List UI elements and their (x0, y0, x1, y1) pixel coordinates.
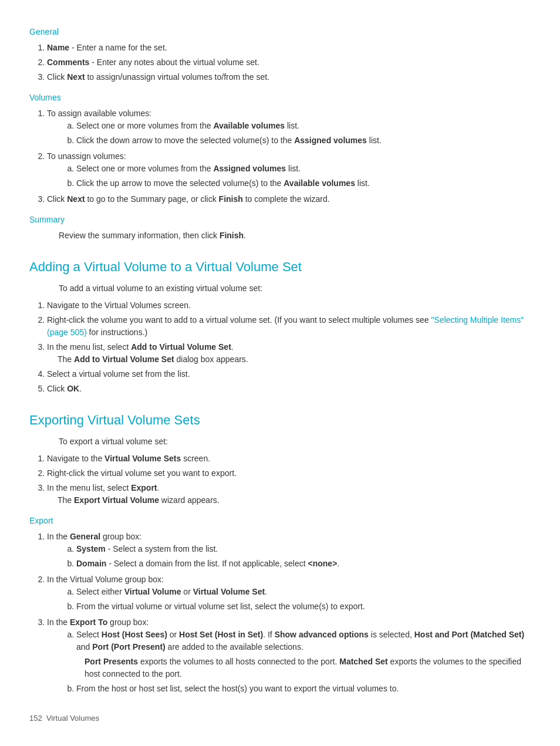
page-number: 152 (29, 714, 42, 723)
adding-intro: To add a virtual volume to an existing v… (59, 282, 531, 295)
export-item-3a-detail: Port Presents exports the volumes to all… (85, 656, 531, 680)
export-item-3b: From the host or host set list, select t… (76, 683, 531, 695)
volumes-list: To assign available volumes: Select one … (47, 107, 531, 205)
volumes-item-2: To unassign volumes: Select one or more … (47, 150, 531, 190)
exporting-section: Exporting Virtual Volume Sets To export … (29, 410, 531, 507)
export-item-3a: Select Host (Host Sees) or Host Set (Hos… (76, 629, 531, 680)
exporting-heading: Exporting Virtual Volume Sets (29, 410, 531, 430)
adding-section: Adding a Virtual Volume to a Virtual Vol… (29, 257, 531, 395)
adding-item-4: Select a virtual volume set from the lis… (47, 368, 531, 380)
export-item-2a: Select either Virtual Volume or Virtual … (76, 586, 531, 598)
export-sublist-1: System - Select a system from the list. … (76, 543, 531, 570)
exporting-item-1: Navigate to the Virtual Volume Sets scre… (47, 453, 531, 465)
exporting-item-2: Right-click the virtual volume set you w… (47, 467, 531, 480)
page-footer: 152 Virtual Volumes (29, 713, 531, 724)
general-list: Name - Enter a name for the set. Comment… (47, 42, 531, 83)
volumes-item-2a: Select one or more volumes from the Assi… (76, 163, 531, 175)
export-heading: Export (29, 515, 531, 527)
adding-item-1: Navigate to the Virtual Volumes screen. (47, 299, 531, 312)
summary-body: Review the summary information, then cli… (59, 229, 531, 242)
volumes-item-3: Click Next to go to the Summary page, or… (47, 193, 531, 205)
volumes-sublist-1: Select one or more volumes from the Avai… (76, 120, 531, 147)
selecting-link[interactable]: "Selecting Multiple Items" (page 505) (47, 315, 524, 337)
exporting-list: Navigate to the Virtual Volume Sets scre… (47, 453, 531, 507)
exporting-item-3: In the menu list, select Export. The Exp… (47, 482, 531, 507)
general-section: General Name - Enter a name for the set.… (29, 26, 531, 83)
export-item-1a: System - Select a system from the list. (76, 543, 531, 555)
volumes-item-2b: Click the up arrow to move the selected … (76, 177, 531, 190)
exporting-intro: To export a virtual volume set: (59, 436, 531, 448)
export-sublist-2: Select either Virtual Volume or Virtual … (76, 586, 531, 613)
summary-heading: Summary (29, 214, 531, 226)
export-item-3: In the Export To group box: Select Host … (47, 616, 531, 695)
export-list: In the General group box: System - Selec… (47, 531, 531, 695)
general-heading: General (29, 26, 531, 38)
general-item-2: Comments - Enter any notes about the vir… (47, 56, 531, 69)
volumes-item-1b: Click the down arrow to move the selecte… (76, 134, 531, 147)
summary-section: Summary Review the summary information, … (29, 214, 531, 242)
general-item-1: Name - Enter a name for the set. (47, 42, 531, 54)
adding-item-3: In the menu list, select Add to Virtual … (47, 341, 531, 366)
export-item-1: In the General group box: System - Selec… (47, 531, 531, 570)
adding-item-5: Click OK. (47, 383, 531, 395)
export-item-2: In the Virtual Volume group box: Select … (47, 573, 531, 613)
exporting-item-3-sub: The Export Virtual Volume wizard appears… (58, 495, 220, 505)
volumes-sublist-2: Select one or more volumes from the Assi… (76, 163, 531, 190)
export-sublist-3: Select Host (Host Sees) or Host Set (Hos… (76, 629, 531, 695)
adding-heading: Adding a Virtual Volume to a Virtual Vol… (29, 257, 531, 276)
export-item-2b: From the virtual volume or virtual volum… (76, 600, 531, 613)
footer-text: Virtual Volumes (46, 714, 99, 723)
adding-list: Navigate to the Virtual Volumes screen. … (47, 299, 531, 395)
export-section: Export In the General group box: System … (29, 515, 531, 695)
general-item-3: Click Next to assign/unassign virtual vo… (47, 71, 531, 83)
volumes-item-1: To assign available volumes: Select one … (47, 107, 531, 147)
adding-item-3-sub: The Add to Virtual Volume Set dialog box… (58, 355, 248, 364)
volumes-heading: Volumes (29, 92, 531, 104)
volumes-section: Volumes To assign available volumes: Sel… (29, 92, 531, 205)
export-item-1b: Domain - Select a domain from the list. … (76, 558, 531, 570)
volumes-item-1a: Select one or more volumes from the Avai… (76, 120, 531, 132)
adding-item-2: Right-click the volume you want to add t… (47, 314, 531, 339)
